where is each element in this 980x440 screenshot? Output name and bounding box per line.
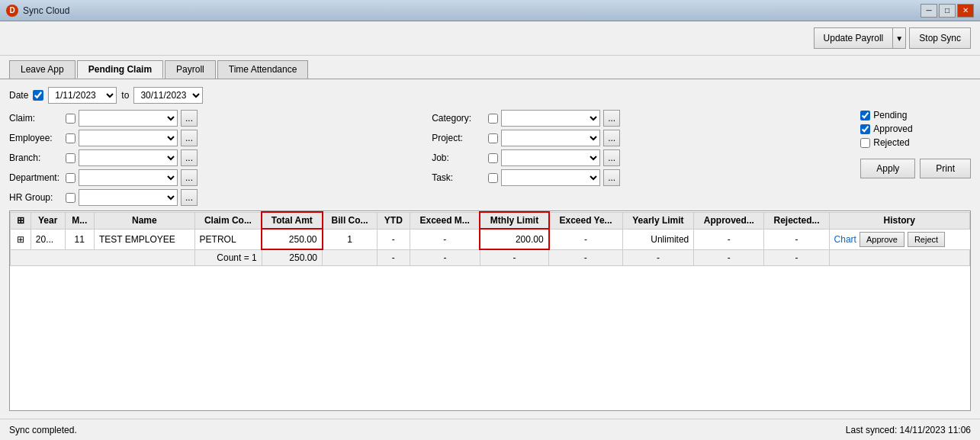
footer-exceed-ye: - [549, 249, 622, 266]
claim-combo[interactable] [79, 110, 178, 127]
claim-checkbox[interactable] [66, 114, 76, 124]
hrgroup-ellipsis[interactable]: ... [181, 189, 198, 206]
row-year: 20... [31, 229, 65, 249]
footer-history [829, 249, 969, 266]
job-ellipsis[interactable]: ... [603, 149, 620, 166]
footer-ytd: - [377, 249, 410, 266]
tab-pending-claim[interactable]: Pending Claim [77, 60, 163, 79]
branch-combo[interactable] [79, 149, 178, 166]
employee-checkbox[interactable] [66, 133, 76, 143]
date-checkbox[interactable] [33, 90, 43, 101]
date-from-select[interactable]: 1/11/2023 [48, 87, 117, 104]
minimize-button[interactable]: ─ [921, 4, 937, 18]
col-bill-co: Bill Co... [323, 212, 378, 229]
job-filter: Job: ... [432, 149, 848, 166]
project-label: Project: [432, 133, 485, 143]
col-name: Name [95, 212, 195, 229]
col-history: History [829, 212, 969, 229]
claim-ellipsis[interactable]: ... [181, 110, 198, 127]
action-buttons: Apply Print [860, 159, 971, 178]
approved-checkbox[interactable] [860, 124, 870, 134]
row-yearly-limit: Unlimited [622, 229, 694, 249]
category-ellipsis[interactable]: ... [603, 110, 620, 127]
pending-checkbox[interactable] [860, 111, 870, 120]
update-payroll-button[interactable]: Update Payroll [814, 27, 893, 49]
hrgroup-label: HR Group: [9, 192, 63, 203]
data-table-container: ⊞ Year M... Name Claim Co... Total Amt B… [9, 210, 971, 411]
job-checkbox[interactable] [488, 153, 498, 163]
status-bar: Sync completed. Last synced: 14/11/2023 … [0, 419, 980, 440]
task-checkbox[interactable] [488, 173, 498, 183]
update-payroll-dropdown[interactable]: ▼ [892, 27, 906, 49]
job-combo[interactable] [501, 149, 600, 166]
approved-label: Approved [873, 124, 912, 134]
row-exceed-ye: - [549, 229, 622, 249]
reject-button[interactable]: Reject [908, 232, 945, 247]
col-icon[interactable]: ⊞ [11, 212, 31, 229]
col-exceed-ye: Exceed Ye... [549, 212, 622, 229]
approve-button[interactable]: Approve [860, 232, 904, 247]
tabs: Leave App Pending Claim Payroll Time Att… [0, 56, 980, 79]
footer-rejected: - [764, 249, 829, 266]
branch-ellipsis[interactable]: ... [181, 149, 198, 166]
tab-leave-app[interactable]: Leave App [9, 60, 76, 79]
footer-bill-co [323, 249, 378, 266]
employee-combo[interactable] [79, 130, 178, 146]
title-bar-title: Sync Cloud [23, 5, 69, 16]
date-to-select[interactable]: 30/11/2023 [133, 87, 203, 104]
hrgroup-checkbox[interactable] [66, 193, 76, 203]
date-to-label: to [121, 90, 129, 101]
close-button[interactable]: ✕ [957, 4, 974, 18]
rejected-checkbox[interactable] [860, 138, 870, 148]
stop-sync-button[interactable]: Stop Sync [909, 27, 971, 49]
pending-label: Pending [873, 110, 907, 120]
project-checkbox[interactable] [488, 133, 498, 143]
department-ellipsis[interactable]: ... [181, 169, 198, 186]
row-name: TEST EMPLOYEE [95, 229, 195, 249]
main-content: Update Payroll ▼ Stop Sync Leave App Pen… [0, 21, 980, 440]
branch-label: Branch: [9, 153, 63, 163]
category-label: Category: [432, 113, 485, 124]
category-checkbox[interactable] [488, 114, 498, 124]
title-bar-left: D Sync Cloud [6, 5, 69, 17]
hrgroup-combo[interactable] [79, 189, 178, 206]
branch-checkbox[interactable] [66, 153, 76, 163]
footer-approved: - [694, 249, 764, 266]
claim-filter: Claim: ... [9, 110, 426, 127]
col-year: Year [31, 212, 65, 229]
col-month: M... [65, 212, 94, 229]
employee-ellipsis[interactable]: ... [181, 130, 198, 146]
maximize-button[interactable]: □ [939, 4, 956, 18]
data-table: ⊞ Year M... Name Claim Co... Total Amt B… [10, 211, 970, 266]
task-ellipsis[interactable]: ... [603, 169, 620, 186]
department-filter: Department: ... [9, 169, 426, 186]
row-bill-co: 1 [323, 229, 378, 249]
category-combo[interactable] [501, 110, 600, 127]
project-combo[interactable] [501, 130, 600, 146]
print-button[interactable]: Print [920, 159, 971, 178]
tab-time-attendance[interactable]: Time Attendance [217, 60, 309, 79]
footer-exceed-m: - [410, 249, 480, 266]
row-icon[interactable]: ⊞ [11, 229, 31, 249]
row-claim-code: PETROL [194, 229, 262, 249]
last-synced: Last synced: 14/11/2023 11:06 [846, 425, 971, 435]
chart-link[interactable]: Chart [834, 234, 856, 245]
job-label: Job: [432, 153, 485, 163]
table-footer: Count = 1 250.00 - - - - - - - [11, 249, 970, 266]
apply-button[interactable]: Apply [860, 159, 915, 178]
department-checkbox[interactable] [66, 173, 76, 183]
branch-filter: Branch: ... [9, 149, 426, 166]
task-combo[interactable] [501, 169, 600, 186]
project-ellipsis[interactable]: ... [603, 130, 620, 146]
department-combo[interactable] [79, 169, 178, 186]
row-mthly-limit: 200.00 [480, 229, 548, 249]
tab-payroll[interactable]: Payroll [165, 60, 216, 79]
row-exceed-m: - [410, 229, 480, 249]
rejected-status-item: Rejected [860, 137, 971, 148]
col-rejected: Rejected... [764, 212, 829, 229]
col-ytd: YTD [377, 212, 410, 229]
project-filter: Project: ... [432, 130, 848, 146]
update-payroll-split: Update Payroll ▼ [814, 27, 907, 49]
col-total-amt: Total Amt [262, 212, 322, 229]
row-rejected-amt: - [764, 229, 829, 249]
